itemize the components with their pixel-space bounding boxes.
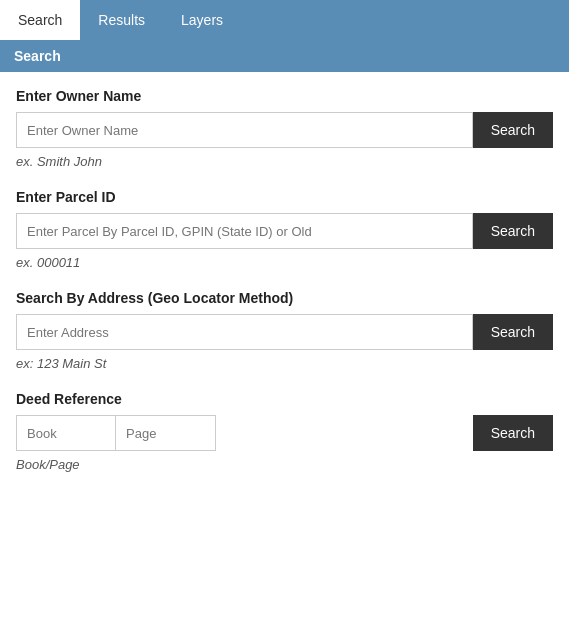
parcel-id-search-button[interactable]: Search: [473, 213, 553, 249]
section-header: Search: [0, 40, 569, 72]
address-search-button[interactable]: Search: [473, 314, 553, 350]
owner-name-search-button[interactable]: Search: [473, 112, 553, 148]
parcel-id-example: ex. 000011: [16, 255, 553, 270]
address-section: Search By Address (Geo Locator Method) S…: [16, 290, 553, 371]
owner-name-input-row: Search: [16, 112, 553, 148]
owner-name-section: Enter Owner Name Search ex. Smith John: [16, 88, 553, 169]
parcel-id-input[interactable]: [16, 213, 473, 249]
address-input-row: Search: [16, 314, 553, 350]
deed-reference-input-row: Search: [16, 415, 553, 451]
owner-name-label: Enter Owner Name: [16, 88, 553, 104]
address-label: Search By Address (Geo Locator Method): [16, 290, 553, 306]
deed-book-input[interactable]: [16, 415, 116, 451]
tab-search[interactable]: Search: [0, 0, 80, 40]
owner-name-input[interactable]: [16, 112, 473, 148]
deed-reference-section: Deed Reference Search Book/Page: [16, 391, 553, 472]
deed-reference-search-button[interactable]: Search: [473, 415, 553, 451]
tab-results[interactable]: Results: [80, 0, 163, 40]
deed-reference-example: Book/Page: [16, 457, 553, 472]
address-example: ex: 123 Main St: [16, 356, 553, 371]
parcel-id-label: Enter Parcel ID: [16, 189, 553, 205]
parcel-id-section: Enter Parcel ID Search ex. 000011: [16, 189, 553, 270]
owner-name-example: ex. Smith John: [16, 154, 553, 169]
deed-page-input[interactable]: [116, 415, 216, 451]
deed-reference-label: Deed Reference: [16, 391, 553, 407]
main-content: Enter Owner Name Search ex. Smith John E…: [0, 72, 569, 636]
tab-layers[interactable]: Layers: [163, 0, 241, 40]
tab-bar: Search Results Layers: [0, 0, 569, 40]
address-input[interactable]: [16, 314, 473, 350]
parcel-id-input-row: Search: [16, 213, 553, 249]
